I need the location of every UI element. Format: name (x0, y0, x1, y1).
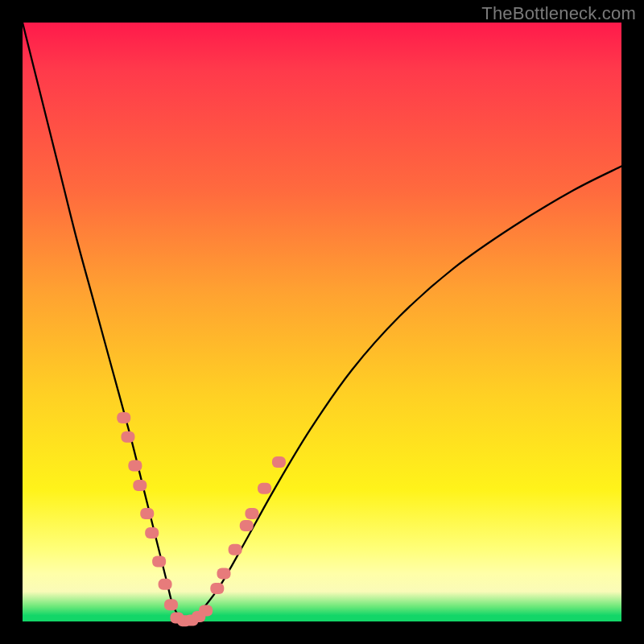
bottleneck-curve (23, 23, 621, 622)
data-marker (272, 456, 286, 468)
data-marker (145, 527, 159, 539)
data-marker (164, 599, 178, 610)
data-marker (140, 508, 154, 519)
marker-layer (117, 412, 286, 626)
data-marker (258, 483, 271, 494)
chart-frame: TheBottleneck.com (0, 0, 644, 644)
data-marker (245, 508, 258, 519)
data-marker (229, 544, 242, 555)
plot-area (23, 23, 621, 621)
data-marker (117, 412, 130, 423)
data-marker (133, 480, 147, 491)
data-marker (217, 568, 230, 579)
data-marker (121, 431, 134, 443)
data-marker (210, 583, 224, 594)
watermark-text: TheBottleneck.com (481, 3, 636, 24)
data-marker (152, 556, 166, 568)
data-marker (159, 579, 172, 590)
data-marker (199, 605, 213, 617)
data-marker (240, 520, 254, 531)
data-marker (128, 460, 142, 472)
curve-layer (23, 23, 621, 621)
